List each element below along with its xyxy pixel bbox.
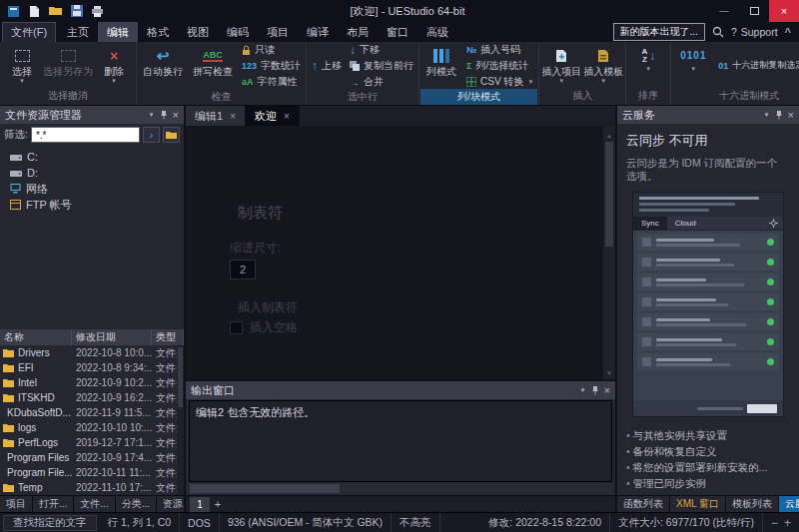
panel-menu-icon[interactable] (149, 112, 155, 118)
scroll-up-icon[interactable] (606, 128, 612, 140)
close-panel-icon[interactable] (604, 384, 610, 396)
table-row[interactable]: Drivers2022-10-8 10:0...文件夹 (0, 345, 184, 360)
zoom-in-icon[interactable]: + (784, 516, 791, 530)
tab-view[interactable]: 视图 (178, 22, 218, 43)
tab-encoding[interactable]: 编码 (218, 22, 258, 43)
tree-item-drive-d[interactable]: D: (0, 165, 184, 181)
close-panel-icon[interactable] (173, 109, 179, 121)
card-action-button[interactable] (747, 404, 777, 413)
search-icon[interactable] (712, 26, 724, 38)
gear-icon[interactable] (769, 219, 778, 228)
close-panel-icon[interactable] (788, 109, 794, 121)
tab-window[interactable]: 窗口 (378, 22, 417, 43)
scroll-down-icon[interactable] (606, 365, 612, 377)
update-notification[interactable]: 新的版本出现了... (613, 23, 705, 41)
delete-button[interactable]: ×删除 (93, 43, 135, 88)
output-tab-1[interactable]: 1 (190, 497, 210, 512)
encoding-indicator[interactable]: 936 (ANSI/OEM - 简体中文 GBK) (220, 513, 392, 532)
tab-edit[interactable]: 编辑 (98, 22, 138, 43)
tab-open-files[interactable]: 打开... (33, 496, 74, 512)
zoom-out-icon[interactable]: − (771, 516, 778, 530)
column-stats-button[interactable]: Σ列/选择统计 (466, 59, 533, 73)
editor-canvas[interactable]: 制表符 缩进尺寸: 2 插入制表符 插入空格 (186, 126, 615, 379)
word-count-button[interactable]: 123字数统计 (242, 59, 301, 73)
card-tab-sync[interactable]: Sync (633, 217, 667, 230)
move-line-down-button[interactable]: ↓下移 (350, 43, 413, 57)
save-icon[interactable] (68, 4, 85, 19)
tab-file-explorer[interactable]: 文件... (74, 496, 115, 512)
tab-advanced[interactable]: 高级 (417, 22, 457, 43)
column-header-date[interactable]: 修改日期 (72, 329, 152, 345)
table-row[interactable]: Program Files2022-10-9 17:4...文件夹 (0, 450, 184, 465)
document-tab-welcome[interactable]: 欢迎 (246, 106, 300, 126)
tree-item-drive-c[interactable]: C: (0, 149, 184, 165)
indent-size-input[interactable]: 2 (230, 260, 256, 279)
pin-icon[interactable] (160, 110, 168, 120)
column-header-name[interactable]: 名称 (0, 329, 72, 345)
tab-home[interactable]: 主页 (58, 22, 98, 43)
editor-vscrollbar[interactable] (603, 126, 615, 379)
tab-build[interactable]: 编译 (298, 22, 338, 43)
tab-template-list[interactable]: 模板列表 (726, 496, 779, 512)
maximize-button[interactable] (739, 0, 769, 22)
output-hscrollbar[interactable] (189, 483, 612, 494)
tab-project-panel[interactable]: 项目 (0, 496, 33, 512)
tab-project[interactable]: 项目 (258, 22, 298, 43)
hex-mode-button[interactable]: 0101 (672, 43, 714, 88)
table-row[interactable]: Temp2022-11-10 17:...文件夹 (0, 480, 184, 495)
column-header-type[interactable]: 类型 (152, 329, 184, 345)
pin-icon[interactable] (591, 385, 599, 395)
collapse-ribbon-icon[interactable] (785, 26, 791, 38)
read-only-button[interactable]: 只读 (242, 43, 301, 57)
tab-format[interactable]: 格式 (138, 22, 178, 43)
table-row[interactable]: KDubaSoftD...2022-11-9 11:5...文件夹 (0, 405, 184, 420)
insert-number-button[interactable]: №插入号码 (466, 43, 533, 57)
tree-item-network[interactable]: 网络 (0, 181, 184, 197)
csv-convert-button[interactable]: CSV 转换 (466, 75, 533, 89)
file-table-scrollbar[interactable] (177, 345, 184, 495)
insert-spaces-checkbox[interactable] (230, 321, 243, 334)
apply-filter-button[interactable]: › (143, 127, 160, 143)
new-file-icon[interactable] (26, 4, 43, 19)
highlight-indicator[interactable]: 不高亮 (392, 513, 440, 532)
tab-cloud-services[interactable]: 云服务 (779, 496, 799, 512)
tab-file[interactable]: 文件(F) (2, 22, 56, 43)
close-tab-icon[interactable] (230, 111, 236, 122)
close-tab-icon[interactable] (284, 111, 290, 122)
pin-icon[interactable] (775, 110, 783, 120)
column-mode-button[interactable]: 列模式 (420, 43, 462, 89)
close-button[interactable] (769, 0, 799, 22)
filter-input[interactable]: *.* (31, 127, 140, 143)
table-row[interactable]: ITSKHD2022-10-9 16:2...文件夹 (0, 390, 184, 405)
find-box[interactable]: 查找指定的文字 (3, 515, 97, 531)
tab-layout[interactable]: 布局 (338, 22, 378, 43)
save-selection-as-button[interactable]: 选择另存为 (43, 43, 93, 88)
table-row[interactable]: Program File...2022-10-11 11:...文件夹 (0, 465, 184, 480)
word-wrap-button[interactable]: ↩自动换行 (138, 43, 188, 89)
tab-lists[interactable]: 分类... (116, 496, 157, 512)
print-icon[interactable] (89, 4, 106, 19)
table-row[interactable]: logs2022-10-10 10:...文件夹 (0, 420, 184, 435)
support-menu[interactable]: ?Support (731, 26, 778, 38)
tab-resources[interactable]: 资源... (157, 496, 184, 512)
tab-xml-window[interactable]: XML 窗口 (670, 496, 726, 512)
browse-folder-button[interactable] (163, 127, 180, 143)
move-line-up-button[interactable]: ↑上移 (312, 59, 342, 73)
table-row[interactable]: PerfLogs2019-12-7 17:1...文件夹 (0, 435, 184, 450)
scrollbar-thumb[interactable] (190, 484, 340, 493)
select-button[interactable]: 选择 (1, 43, 43, 88)
tree-item-ftp[interactable]: FTP 帐号 (0, 197, 184, 213)
join-lines-button[interactable]: →合并 (350, 75, 413, 89)
minimize-button[interactable] (709, 0, 739, 22)
panel-menu-icon[interactable] (580, 387, 586, 393)
document-tab-edit1[interactable]: 编辑1 (186, 106, 246, 126)
card-tab-cloud[interactable]: Cloud (667, 217, 704, 230)
table-row[interactable]: Intel2022-10-9 10:2...文件夹 (0, 375, 184, 390)
insert-template-button[interactable]: 插入模板 (582, 43, 624, 88)
tab-function-list[interactable]: 函数列表 (617, 496, 670, 512)
hex-copy-view-button[interactable]: 01十六进制复制选定视图 (718, 59, 799, 72)
zoom-controls[interactable]: −+ (763, 513, 799, 532)
duplicate-line-button[interactable]: 复制当前行 (350, 59, 413, 73)
sort-button[interactable]: AZ↓ (627, 43, 669, 88)
insert-item-button[interactable]: 插入项目 (540, 43, 582, 88)
